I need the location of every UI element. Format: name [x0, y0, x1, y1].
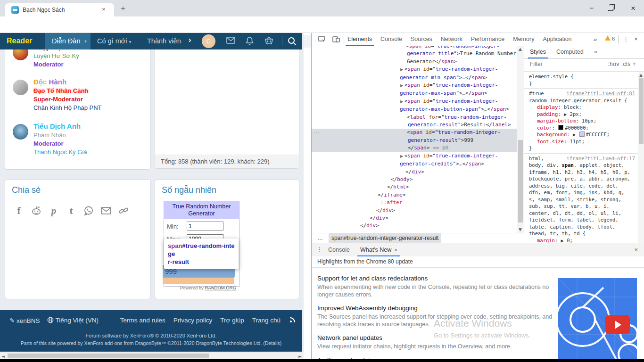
tab-styles[interactable]: Styles: [530, 46, 546, 58]
breadcrumb-more[interactable]: …: [317, 233, 323, 243]
share-tumblr-icon[interactable]: t: [66, 206, 76, 216]
code-line[interactable]: ▶ <span id="true-random-integer-: [312, 98, 517, 106]
code-line[interactable]: </body>: [312, 176, 517, 183]
rss-icon[interactable]: [289, 316, 297, 324]
nav-overflow-chevron-icon[interactable]: ›: [189, 36, 191, 44]
code-line[interactable]: ▶ <span id="true-random-integer-: [312, 82, 517, 90]
avatar[interactable]: [13, 124, 28, 140]
youtube-play-icon[interactable]: [605, 315, 630, 334]
share-link-icon[interactable]: [118, 206, 129, 216]
style-rule[interactable]: element.style {}: [524, 72, 638, 89]
code-line[interactable]: </iframe>: [312, 191, 517, 199]
language-chooser[interactable]: Tiếng Việt (VN): [47, 317, 99, 324]
chrome-80-image[interactable]: [558, 278, 637, 359]
drawer-tab-console[interactable]: Console: [328, 243, 350, 256]
inspect-element-icon[interactable]: [318, 36, 326, 43]
style-rule[interactable]: iframe?titl…ixed=off:81#true-random-inte…: [524, 89, 638, 154]
devtools-tab-memory[interactable]: Memory: [513, 33, 534, 46]
color-swatch[interactable]: [558, 125, 563, 130]
code-line[interactable]: generator-result">999: [312, 137, 517, 144]
devtools-menu-icon[interactable]: ⋮: [623, 35, 629, 42]
style-rule[interactable]: iframe?titl…ixed=off:17html,body, div, s…: [524, 154, 638, 246]
devtools-warning-badge[interactable]: 6: [605, 35, 615, 41]
elements-scrollbar[interactable]: ▲ ▼: [517, 46, 524, 233]
footer-link[interactable]: Trang chủ: [252, 317, 281, 324]
messages-icon[interactable]: [226, 37, 235, 44]
code-line[interactable]: generator-credits">…</span>: [312, 160, 517, 168]
drawer-menu-icon[interactable]: ⋮: [316, 246, 322, 253]
breadcrumb-selected[interactable]: span#true-random-integer-generator-resul…: [329, 233, 441, 243]
color-swatch[interactable]: [579, 132, 585, 137]
stylesheet-link[interactable]: iframe?titl…ixed=off:81: [567, 90, 635, 97]
code-line[interactable]: <span id="true-random-integer-: [312, 129, 517, 136]
code-line[interactable]: </div>: [312, 168, 517, 176]
code-line[interactable]: ▶ <span id="true-random-integer-: [312, 66, 517, 74]
footer-link[interactable]: Privacy policy: [173, 317, 213, 324]
new-tab-button[interactable]: +: [121, 4, 125, 13]
share-whatsapp-icon[interactable]: [83, 206, 94, 216]
browser-tab[interactable]: Bạch Ngọc Sách ×: [5, 3, 114, 16]
styles-scrollbar[interactable]: ▲ ▼: [638, 72, 644, 255]
footer-link[interactable]: Trợ giúp: [220, 317, 244, 324]
devtools-tab-elements[interactable]: Elements: [347, 33, 372, 46]
avatar[interactable]: [13, 80, 28, 95]
nav-dien-dan[interactable]: Diễn Đàn▾: [45, 33, 91, 49]
sidebar-more-tabs[interactable]: »: [594, 46, 597, 58]
moderator-name-rainbow[interactable]: Độc Hành: [33, 78, 102, 86]
code-line[interactable]: </span> == $0: [312, 144, 517, 152]
code-line[interactable]: </div>: [312, 222, 517, 230]
whatsnew-section-title[interactable]: Improved WebAssembly debugging: [317, 304, 553, 312]
share-email-icon[interactable]: [101, 206, 111, 216]
tab-close-icon[interactable]: ×: [394, 247, 397, 253]
code-line[interactable]: ::after: [312, 199, 517, 206]
devtools-close-icon[interactable]: ×: [634, 35, 638, 42]
window-minimize-button[interactable]: −: [585, 4, 599, 12]
code-line[interactable]: </div>: [312, 207, 517, 214]
stylesheet-link[interactable]: iframe?titl…ixed=off:17: [567, 155, 635, 162]
user-avatar[interactable]: C: [202, 34, 215, 48]
whatsnew-section-title[interactable]: Network panel updates: [317, 334, 553, 341]
chevron-down-icon[interactable]: ▾: [84, 33, 87, 49]
code-line[interactable]: generator-min-span">…</span>: [312, 74, 517, 82]
window-close-button[interactable]: ×: [626, 4, 640, 13]
page-horizontal-scrollbar[interactable]: ◄ ►: [0, 353, 304, 359]
search-icon[interactable]: [288, 37, 297, 46]
drawer-tab-whats-new[interactable]: What's New×: [360, 243, 397, 256]
whatsnew-section-title[interactable]: Support for let and class redeclarations: [317, 275, 553, 282]
code-line[interactable]: ▶ <span id="true-random-integer-: [312, 152, 517, 160]
nav-thanh-vien[interactable]: Thành viên: [147, 33, 188, 49]
devtools-tab-performance[interactable]: Performance: [471, 33, 505, 46]
footer-link[interactable]: Terms and rules: [120, 317, 165, 324]
alerts-bell-icon[interactable]: [246, 36, 254, 45]
min-input[interactable]: [187, 222, 223, 230]
tab-close-icon[interactable]: ×: [102, 6, 106, 13]
share-pinterest-icon[interactable]: p: [49, 206, 59, 216]
shop-basket-icon[interactable]: [264, 37, 273, 44]
devtools-tab-application[interactable]: Application: [543, 33, 571, 46]
random-org-link[interactable]: RANDOM.ORG: [205, 285, 237, 290]
window-restore-button[interactable]: [608, 6, 613, 11]
tab-computed[interactable]: Computed: [556, 46, 584, 58]
drawer-close-icon[interactable]: ×: [634, 246, 638, 253]
code-line[interactable]: <label for="true-random-integer-: [312, 114, 517, 121]
code-line[interactable]: generator-max-span">…</span>: [312, 90, 517, 97]
share-reddit-icon[interactable]: [31, 206, 41, 216]
forum-logo[interactable]: Reader: [7, 37, 32, 45]
code-line[interactable]: generator-result">Result:</label>: [312, 121, 517, 129]
code-line[interactable]: generator-title">True Random Number: [312, 50, 517, 58]
code-line[interactable]: <span id="true-random-integer-: [312, 46, 517, 50]
code-line[interactable]: Generator</span>: [312, 58, 517, 66]
style-chooser[interactable]: ✎ xenBNS: [9, 317, 40, 324]
code-line[interactable]: generator-max-button-span">…</span>: [312, 106, 517, 113]
devtools-more-tabs[interactable]: »: [594, 36, 597, 43]
code-line[interactable]: </html>: [312, 183, 517, 191]
devtools-tab-sources[interactable]: Sources: [411, 33, 432, 46]
styles-filter-input[interactable]: [529, 60, 587, 68]
code-line[interactable]: </div>: [312, 214, 517, 222]
nav-co-gi-moi[interactable]: Có gì mới ▾: [97, 33, 132, 49]
styles-toggles[interactable]: :hov .cls +: [608, 61, 636, 67]
devtools-tab-console[interactable]: Console: [380, 33, 402, 46]
moderator-name[interactable]: Tiểu Dịch Anh: [33, 122, 87, 130]
device-toolbar-icon[interactable]: [332, 36, 340, 43]
devtools-tab-network[interactable]: Network: [441, 33, 462, 46]
